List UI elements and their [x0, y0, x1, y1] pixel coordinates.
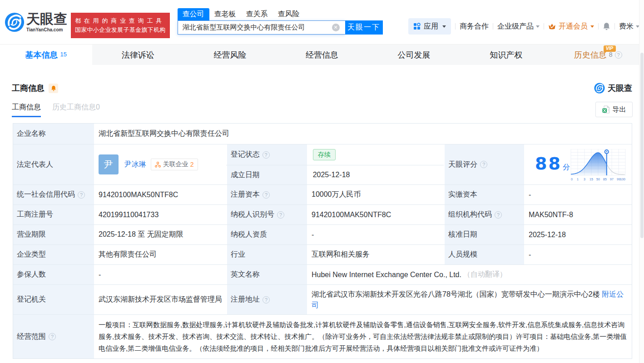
- vip-badge: VIP: [604, 45, 616, 52]
- score-unit: 分: [563, 163, 570, 172]
- table-row: 登记机关 武汉东湖新技术开发区市场监督管理局 注册地址 ? 湖北省武汉市东湖新技…: [13, 285, 632, 315]
- help-icon[interactable]: ?: [49, 333, 56, 340]
- export-label: 导出: [613, 105, 626, 114]
- taxpayer-quality-value: -: [308, 225, 444, 244]
- notifications-menu[interactable]: [603, 22, 610, 30]
- watermark-text: 天眼查: [608, 83, 632, 94]
- reg-status-label: 登记状态 ?: [226, 144, 308, 165]
- help-icon[interactable]: ?: [480, 161, 487, 168]
- menu-divider: [544, 23, 544, 30]
- insured-label: 参保人数: [13, 265, 95, 284]
- help-icon[interactable]: ?: [263, 191, 270, 199]
- address-cell: 湖北省武汉市东湖新技术开发区光谷八路78号湖北（国家）宽带研发中心一期演示中心2…: [308, 285, 632, 314]
- svg-text:1: 1: [577, 178, 579, 181]
- status-badge: 存续: [313, 149, 336, 160]
- chevron-down-icon: [442, 25, 446, 28]
- tab-company-development[interactable]: 公司发展: [368, 45, 460, 65]
- score-label: 天眼评分 ?: [444, 144, 525, 184]
- address-value: 湖北省武汉市东湖新技术开发区光谷八路78号湖北（国家）宽带研发中心一期演示中心2…: [312, 290, 600, 298]
- help-icon[interactable]: ?: [615, 51, 622, 59]
- user-menu[interactable]: 费米: [619, 22, 639, 31]
- menu-divider: [598, 23, 599, 30]
- related-companies-count: 2: [190, 161, 194, 168]
- search-input[interactable]: [178, 20, 345, 35]
- subtab-history-registration[interactable]: 历史工商信息0: [52, 103, 100, 116]
- cooperation-menu[interactable]: 商务合作: [460, 22, 489, 31]
- term-label: 营业期限: [13, 225, 95, 244]
- username: 费米: [619, 22, 634, 31]
- en-name-note: （自动翻译）: [463, 270, 507, 279]
- legal-rep-avatar[interactable]: 尹: [99, 154, 119, 174]
- legal-rep-link[interactable]: 尹冰琳: [124, 160, 146, 169]
- clear-search-icon[interactable]: ✕: [332, 24, 340, 31]
- paid-capital-label: 实缴资本: [444, 185, 525, 204]
- export-button[interactable]: 导出: [595, 102, 633, 117]
- bell-icon: [603, 22, 610, 30]
- search-tab-relation[interactable]: 查关系: [241, 8, 273, 20]
- table-row: 营业期限 2025-12-18 至 无固定期限 纳税人资质 - 核准日期 202…: [13, 225, 632, 245]
- scope-cell: 一般项目：互联网数据服务,数据处理服务,计算机软硬件及辅助设备批发,计算机软硬件…: [95, 315, 632, 358]
- tab-label: 经营风险: [213, 50, 246, 60]
- help-icon[interactable]: ?: [78, 191, 85, 199]
- apps-menu[interactable]: 应用: [408, 18, 451, 35]
- search-tab-boss[interactable]: 查老板: [209, 8, 241, 20]
- slogan-line1: 都在用的商业查询工具: [75, 16, 166, 25]
- reg-capital-label: 注册资本 ?: [226, 185, 308, 204]
- tab-label: 历史信息: [574, 50, 607, 60]
- est-date-label: 成立日期: [226, 165, 308, 184]
- label-text: 组织机构代码: [448, 210, 492, 219]
- authority-value: 武汉东湖新技术开发区市场监督管理局: [95, 285, 226, 314]
- svg-text:15: 15: [590, 178, 593, 181]
- table-row: 统一社会信用代码 ? 91420100MAK50NTF8C 注册资本 ? 100…: [13, 185, 632, 205]
- logo-name: 天眼查: [26, 12, 67, 26]
- svg-text:97: 97: [610, 178, 614, 181]
- reg-number-label: 工商注册号: [13, 205, 95, 224]
- top-header: 天眼查 TianYanCha.com 都在用的商业查询工具 国家中小企业发展子基…: [0, 0, 644, 44]
- scrollbar-thumb[interactable]: [640, 53, 644, 238]
- score-distribution-chart: 0131550859799100: [570, 149, 626, 184]
- svg-text:100: 100: [620, 178, 625, 181]
- table-row: 法定代表人 尹 尹冰琳 关联企业 2: [13, 144, 632, 185]
- tianyancha-logo[interactable]: 天眼查 TianYanCha.com: [5, 12, 67, 32]
- scope-value: 一般项目：互联网数据服务,数据处理服务,计算机软硬件及辅助设备批发,计算机软硬件…: [99, 319, 630, 354]
- en-name-cell: Hubei New Internet Exchange Center Co., …: [308, 265, 632, 284]
- label-text: 天眼评分: [448, 160, 477, 169]
- table-row: 经营范围 ? 一般项目：互联网数据服务,数据处理服务,计算机软硬件及辅助设备批发…: [13, 315, 632, 358]
- tab-operating-risk[interactable]: 经营风险: [184, 45, 276, 65]
- menu-divider: [614, 23, 615, 30]
- related-companies-tag[interactable]: 关联企业 2: [151, 159, 198, 170]
- search-tab-company[interactable]: 查公司: [178, 8, 209, 20]
- legal-rep-cell: 尹 尹冰琳 关联企业 2: [95, 144, 226, 184]
- table-row: 企业名称 湖北省新型互联网交换中心有限责任公司: [13, 124, 632, 144]
- page-scrollbar[interactable]: [639, 0, 644, 363]
- tab-legal-proceedings[interactable]: 法律诉讼: [92, 45, 184, 65]
- tab-basic-info[interactable]: 基本信息 15: [0, 45, 92, 65]
- help-icon[interactable]: ?: [263, 151, 270, 159]
- watermark-logo: 天眼查: [594, 83, 632, 94]
- tab-history-info[interactable]: 历史信息 8 ? VIP: [552, 45, 644, 65]
- taxpayer-id-label: 纳税人识别号 ?: [226, 205, 308, 224]
- help-icon[interactable]: ?: [495, 211, 502, 219]
- svg-text:0: 0: [571, 178, 573, 181]
- label-text: 统一社会信用代码: [17, 190, 75, 199]
- label-text: 注册地址: [231, 295, 260, 304]
- help-icon[interactable]: ?: [277, 211, 284, 219]
- subtab-business-registration[interactable]: 工商信息: [12, 103, 41, 117]
- address-label: 注册地址 ?: [226, 285, 308, 314]
- subscribe-bell-button[interactable]: [49, 84, 58, 93]
- reg-number-value: 420199110041733: [95, 205, 226, 224]
- help-icon[interactable]: ?: [263, 296, 270, 303]
- svg-text:3: 3: [584, 178, 585, 181]
- tab-intellectual-property[interactable]: 知识产权: [460, 45, 552, 65]
- score-cell: 88 分 0131550859799100: [525, 144, 632, 184]
- search-button[interactable]: 天眼一下: [345, 20, 383, 35]
- tab-business-info[interactable]: 经营信息: [276, 45, 368, 65]
- search-tab-risk[interactable]: 查风险: [273, 8, 305, 20]
- org-code-value: MAK50NTF-8: [525, 205, 632, 224]
- enterprise-menu[interactable]: 企业级产品: [497, 22, 540, 31]
- main-content: 工商信息 天眼查 工商信息 历史工商信息0: [0, 65, 644, 359]
- term-value: 2025-12-18 至 无固定期限: [95, 225, 226, 244]
- section-sub-tabs: 工商信息 历史工商信息0: [12, 103, 632, 117]
- vip-menu[interactable]: 开通会员: [548, 22, 594, 31]
- related-companies-label: 关联企业: [163, 160, 188, 169]
